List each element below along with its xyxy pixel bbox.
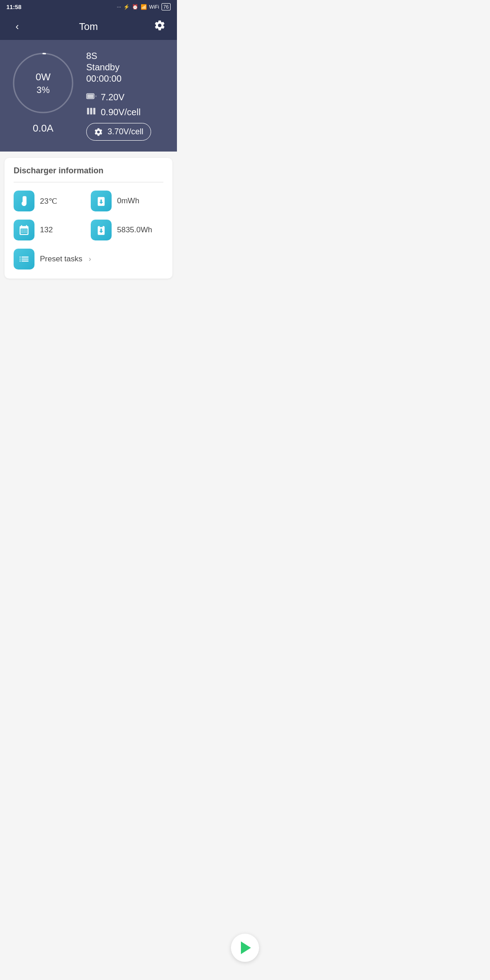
gauge-wrapper: 0W 3% 0.0A (9, 49, 77, 134)
temperature-item: 23℃ (14, 191, 86, 211)
discharged-icon-wrap (91, 191, 112, 211)
status-time: 11:58 (6, 4, 21, 10)
discharger-info-card: Discharger information 23℃ 0mWh (5, 158, 172, 279)
preset-tasks-label: Preset tasks (40, 255, 83, 264)
svg-rect-6 (90, 108, 93, 115)
gauge-power: 0W (36, 71, 51, 83)
page-title: Tom (79, 21, 98, 33)
voltage-cell-row: 0.90V/cell (86, 106, 168, 118)
cycle-count-icon-wrap (14, 220, 34, 240)
target-gear-icon (94, 127, 103, 137)
card-title: Discharger information (14, 166, 163, 176)
circle-gauge: 0W 3% (9, 49, 77, 117)
svg-rect-4 (87, 94, 93, 98)
alarm-icon: ⏰ (132, 4, 138, 10)
voltage-row: 7.20V (86, 91, 168, 103)
voltage-per-cell-value: 0.90V/cell (101, 107, 141, 118)
device-status: Standby (86, 62, 168, 73)
battery-full-icon (86, 91, 96, 103)
preset-icon-wrap (14, 249, 34, 270)
svg-rect-5 (87, 108, 89, 115)
gauge-current: 0.0A (33, 122, 53, 134)
session-time: 00:00:00 (86, 74, 168, 84)
gear-icon (154, 20, 166, 31)
gauge-center: 0W 3% (36, 71, 51, 95)
gauge-percent: 3% (36, 85, 51, 95)
signal-icon: 📶 (141, 4, 147, 10)
temperature-value: 23℃ (40, 196, 57, 206)
voltage-value: 7.20V (101, 92, 124, 103)
calendar-icon (18, 224, 30, 236)
voltage-target-button[interactable]: 3.70V/cell (86, 123, 151, 141)
cell-voltage-icon (86, 106, 96, 118)
download-battery-icon (95, 195, 107, 207)
dots-icon: ··· (117, 4, 121, 10)
cycle-count-value: 132 (40, 225, 53, 235)
total-battery-icon (95, 224, 107, 236)
info-panel: 8S Standby 00:00:00 7.20V (86, 49, 168, 141)
list-icon (18, 253, 30, 265)
cycle-count-item: 132 (14, 220, 86, 240)
back-button[interactable]: ‹ (9, 21, 25, 33)
voltage-target-value: 3.70V/cell (108, 127, 143, 137)
bluetooth-icon: ⚡ (123, 4, 130, 10)
discharged-item: 0mWh (91, 191, 163, 211)
svg-rect-7 (93, 108, 96, 115)
settings-button[interactable] (152, 20, 168, 34)
preset-tasks-row[interactable]: Preset tasks › (14, 249, 163, 270)
total-capacity-item: 5835.0Wh (91, 220, 163, 240)
status-icons: ··· ⚡ ⏰ 📶 WiFi 76 (117, 3, 171, 10)
chevron-right-icon: › (89, 255, 91, 263)
temperature-icon-wrap (14, 191, 34, 211)
total-capacity-value: 5835.0Wh (117, 225, 152, 235)
battery-indicator: 76 (162, 3, 171, 10)
thermometer-icon (18, 195, 30, 207)
cell-type: 8S (86, 51, 168, 61)
discharged-value: 0mWh (117, 196, 139, 206)
card-divider (14, 182, 163, 182)
wifi-icon: WiFi (149, 4, 159, 10)
top-nav: ‹ Tom (0, 14, 177, 40)
hero-section: 0W 3% 0.0A 8S Standby 00:00:00 7.20V (0, 40, 177, 152)
status-bar: 11:58 ··· ⚡ ⏰ 📶 WiFi 76 (0, 0, 177, 14)
card-grid: 23℃ 0mWh 132 (14, 191, 163, 240)
svg-rect-3 (96, 95, 96, 97)
total-capacity-icon-wrap (91, 220, 112, 240)
